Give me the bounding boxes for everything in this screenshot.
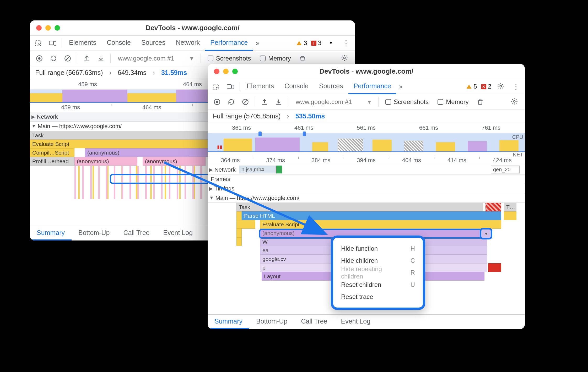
record-button[interactable] (211, 96, 223, 108)
reload-button[interactable] (47, 52, 60, 65)
tab-call-tree[interactable]: Call Tree (116, 226, 156, 240)
screenshots-checkbox[interactable]: Screenshots (382, 98, 432, 106)
ctx-item-label: Hide function (341, 245, 378, 252)
errors-count[interactable]: 3 (309, 40, 323, 47)
checkbox-icon (260, 56, 266, 61)
crumb-second[interactable]: 649.34ms (118, 69, 147, 76)
cpu-label: CPU (512, 134, 523, 140)
bar-anonymous[interactable]: (anonymous) (85, 148, 211, 157)
ctx-hide-children[interactable]: Hide childrenC (335, 255, 421, 267)
tab-performance[interactable]: Performance (205, 36, 253, 51)
flame-entry-menu-button[interactable]: ▾ (480, 228, 492, 239)
error-value: 2 (488, 83, 491, 90)
bar-profiling-overhead[interactable]: Profili…erhead (30, 157, 74, 166)
warnings-count[interactable]: 5 (464, 83, 479, 90)
tabs-overflow[interactable]: » (396, 83, 405, 90)
tab-bottom-up[interactable]: Bottom-Up (72, 226, 116, 240)
warning-value: 5 (473, 83, 477, 90)
tab-performance[interactable]: Performance (348, 79, 396, 94)
tab-elements[interactable]: Elements (241, 79, 279, 94)
device-icon[interactable] (223, 79, 238, 94)
overview-strip[interactable]: ▮▮ CPU NET (208, 133, 525, 152)
tab-event-log[interactable]: Event Log (334, 315, 377, 329)
svg-rect-1 (49, 41, 53, 45)
crumb-selected: 31.59ms (161, 69, 187, 76)
tick-label: 361 ms (210, 124, 273, 131)
crumb-full[interactable]: Full range (5705.85ms) (213, 112, 280, 120)
clear-button[interactable] (61, 52, 74, 65)
bar-compile-script[interactable]: Compil…Script (30, 148, 74, 157)
network-request[interactable]: gen_20 (491, 166, 520, 173)
inspect-icon[interactable] (31, 36, 45, 51)
svg-line-24 (243, 100, 247, 104)
memory-checkbox[interactable]: Memory (434, 98, 472, 106)
flame-context-menu: Hide functionH Hide childrenC Hide repea… (331, 236, 425, 310)
bar-script[interactable] (504, 211, 516, 220)
tick-label: 459 ms (30, 104, 111, 111)
tab-summary[interactable]: Summary (30, 226, 72, 240)
record-button[interactable] (33, 52, 46, 65)
tab-network[interactable]: Network (171, 36, 205, 51)
crumb-full[interactable]: Full range (5667.63ms) (35, 69, 103, 76)
range-handle-right[interactable] (303, 132, 306, 136)
range-handle-left[interactable] (258, 132, 262, 136)
upload-button[interactable] (80, 52, 93, 65)
errors-count[interactable]: 2 (479, 83, 493, 90)
upload-button[interactable] (258, 96, 271, 108)
tick-label: 461 ms (273, 124, 335, 131)
clear-button[interactable] (239, 96, 252, 108)
warning-icon (296, 40, 302, 46)
chevron-down-icon: ▾ (190, 55, 193, 62)
bottom-tabstrip: Summary Bottom-Up Call Tree Event Log (208, 314, 525, 329)
tab-elements[interactable]: Elements (64, 36, 101, 51)
screenshots-label: Screenshots (394, 98, 429, 106)
tabs-overflow[interactable]: » (253, 39, 262, 47)
perf-settings-icon[interactable] (337, 54, 352, 63)
ctx-hide-function[interactable]: Hide functionH (335, 243, 421, 255)
inspect-icon[interactable] (209, 79, 223, 94)
screenshots-checkbox[interactable]: Screenshots (204, 55, 255, 62)
chevron-down-icon: ▾ (368, 98, 371, 106)
bar-long-task[interactable] (485, 203, 501, 211)
settings-icon[interactable] (493, 83, 508, 91)
tab-sources[interactable]: Sources (136, 36, 171, 51)
ctx-item-label: Reset children (341, 281, 381, 288)
tab-call-tree[interactable]: Call Tree (294, 315, 334, 329)
tick-label: 404 ms (389, 157, 434, 164)
device-icon[interactable] (45, 36, 60, 51)
kebab-icon[interactable]: ⋮ (508, 82, 524, 91)
chevron-right-icon: › (109, 69, 111, 76)
settings-icon[interactable] (323, 39, 338, 47)
bar-anonymous[interactable]: (anonymous) (74, 157, 137, 166)
tab-sources[interactable]: Sources (314, 79, 348, 94)
tab-console[interactable]: Console (279, 79, 314, 94)
titlebar: DevTools - www.google.com/ (208, 64, 525, 79)
tick-label: 424 ms (479, 157, 525, 164)
svg-rect-2 (54, 42, 56, 45)
perf-settings-icon[interactable] (507, 98, 522, 106)
memory-checkbox[interactable]: Memory (256, 55, 295, 62)
devtools-tabstrip: Elements Console Sources Performance » 5… (208, 79, 525, 94)
download-button[interactable] (272, 96, 285, 108)
chevron-down-icon: ▾ (485, 231, 487, 237)
profile-select[interactable]: www.google.com #1 ▾ (114, 55, 197, 62)
error-icon (311, 41, 316, 46)
svg-point-22 (216, 101, 218, 103)
tab-bottom-up[interactable]: Bottom-Up (249, 315, 294, 329)
gc-button[interactable] (296, 52, 309, 65)
warnings-count[interactable]: 3 (294, 40, 309, 47)
bar-long[interactable] (488, 263, 501, 272)
gc-button[interactable] (474, 96, 487, 108)
bar-task[interactable]: T… (504, 203, 516, 211)
download-button[interactable] (95, 52, 107, 65)
ctx-reset-trace[interactable]: Reset trace (335, 291, 421, 303)
ctx-reset-children[interactable]: Reset childrenU (335, 279, 421, 291)
tick-label: 761 ms (460, 124, 522, 131)
checkbox-icon (438, 99, 443, 105)
kebab-icon[interactable]: ⋮ (338, 39, 354, 47)
svg-rect-16 (232, 85, 234, 89)
tab-console[interactable]: Console (101, 36, 136, 51)
tab-summary[interactable]: Summary (208, 315, 249, 329)
profile-select[interactable]: www.google.com #1 ▾ (292, 98, 375, 106)
reload-button[interactable] (225, 96, 238, 108)
